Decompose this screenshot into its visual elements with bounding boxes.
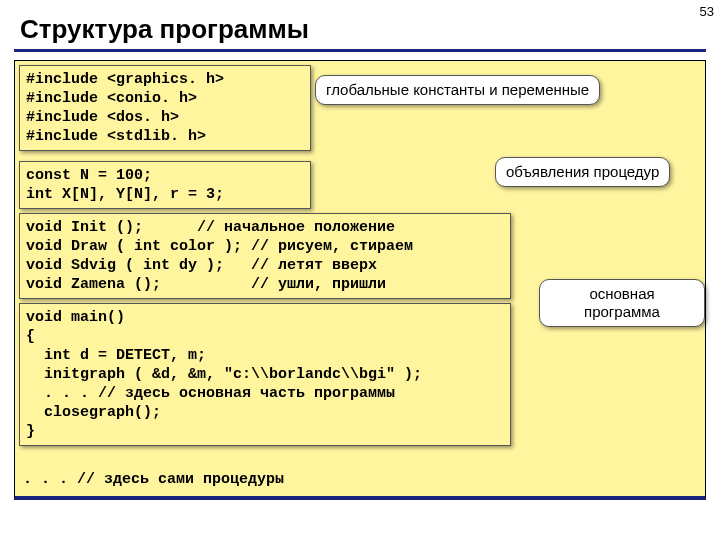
code-block-main: void main() { int d = DETECT, m; initgra… xyxy=(19,303,511,446)
slide-title: Структура программы xyxy=(20,14,720,45)
callout-globals: глобальные константы и переменные xyxy=(315,75,600,105)
callout-main: основная программа xyxy=(539,279,705,327)
code-block-includes: #include <graphics. h> #include <conio. … xyxy=(19,65,311,151)
code-panel: #include <graphics. h> #include <conio. … xyxy=(14,60,706,500)
code-block-globals: const N = 100; int X[N], Y[N], r = 3; xyxy=(19,161,311,209)
code-block-prototypes: void Init (); // начальное положение voi… xyxy=(19,213,511,299)
callout-declarations: объявления процедур xyxy=(495,157,670,187)
title-underline xyxy=(14,49,706,52)
code-bottom-line: . . . // здесь сами процедуры xyxy=(23,471,284,488)
page-number: 53 xyxy=(700,4,714,19)
